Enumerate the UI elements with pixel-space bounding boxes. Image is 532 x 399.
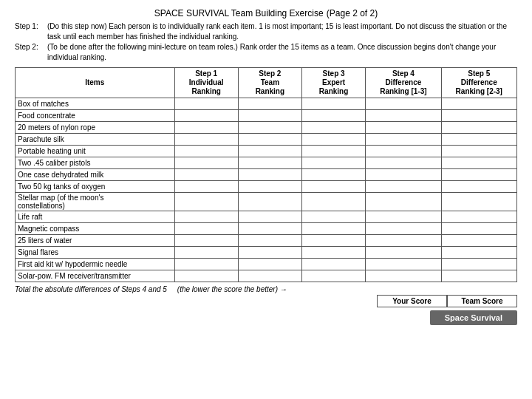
ranking-cell	[301, 122, 365, 134]
col-header-step5: Step 5DifferenceRanking [2-3]	[441, 68, 516, 98]
ranking-cell	[174, 235, 238, 247]
ranking-cell	[366, 98, 441, 110]
team-score-label: Team Score	[462, 297, 503, 305]
ranking-cell	[301, 98, 365, 110]
ranking-cell	[174, 98, 238, 110]
ranking-cell	[238, 110, 301, 122]
ranking-cell	[174, 211, 238, 223]
ranking-cell	[238, 98, 301, 110]
ranking-cell	[366, 270, 441, 282]
ranking-cell	[366, 181, 441, 193]
item-cell: Magnetic compass	[16, 223, 175, 235]
step2-label: Step 2:	[15, 42, 44, 63]
col-header-step2: Step 2TeamRanking	[238, 68, 301, 98]
table-row: 25 liters of water	[16, 235, 517, 247]
ranking-cell	[174, 247, 238, 259]
ranking-cell	[238, 181, 301, 193]
ranking-cell	[441, 169, 516, 181]
table-row: Food concentrate	[16, 110, 517, 122]
ranking-cell	[301, 247, 365, 259]
ranking-cell	[174, 122, 238, 134]
ranking-cell	[174, 157, 238, 169]
title-main: SPACE SURVIVAL Team Building Exercise	[154, 8, 324, 18]
item-cell: Solar-pow. FM receiver/transmitter	[16, 270, 175, 282]
ranking-cell	[441, 157, 516, 169]
table-row: Magnetic compass	[16, 223, 517, 235]
item-cell: Portable heating unit	[16, 146, 175, 157]
ranking-cell	[174, 146, 238, 157]
ranking-cell	[441, 193, 516, 211]
ranking-cell	[301, 211, 365, 223]
ranking-cell	[174, 134, 238, 146]
ranking-cell	[366, 211, 441, 223]
ranking-cell	[301, 270, 365, 282]
ranking-cell	[174, 259, 238, 270]
ranking-cell	[366, 169, 441, 181]
your-score-box: Your Score	[377, 295, 447, 307]
item-cell: Life raft	[16, 211, 175, 223]
page-title: SPACE SURVIVAL Team Building Exercise (P…	[15, 6, 517, 18]
ranking-cell	[366, 247, 441, 259]
step2-text: (To be done after the following mini-lec…	[47, 42, 517, 63]
step1-text: (Do this step now) Each person is to ind…	[47, 21, 517, 42]
steps-instructions: Step 1: (Do this step now) Each person i…	[15, 21, 517, 63]
your-score-label: Your Score	[392, 297, 432, 305]
table-row: Two .45 caliber pistols	[16, 157, 517, 169]
item-cell: First aid kit w/ hypodermic needle	[16, 259, 175, 270]
table-row: Signal flares	[16, 247, 517, 259]
ranking-cell	[238, 247, 301, 259]
ranking-cell	[441, 98, 516, 110]
item-cell: Two 50 kg tanks of oxygen	[16, 181, 175, 193]
ranking-cell	[301, 259, 365, 270]
table-row: Two 50 kg tanks of oxygen	[16, 181, 517, 193]
ranking-table: Items Step 1IndividualRanking Step 2Team…	[15, 67, 517, 282]
table-row: First aid kit w/ hypodermic needle	[16, 259, 517, 270]
ranking-cell	[366, 157, 441, 169]
item-cell: Signal flares	[16, 247, 175, 259]
ranking-cell	[238, 211, 301, 223]
ranking-cell	[441, 181, 516, 193]
ranking-cell	[441, 223, 516, 235]
ranking-cell	[174, 181, 238, 193]
ranking-cell	[238, 169, 301, 181]
ranking-cell	[301, 134, 365, 146]
col-header-step1: Step 1IndividualRanking	[174, 68, 238, 98]
ranking-cell	[366, 223, 441, 235]
ranking-cell	[366, 259, 441, 270]
ranking-cell	[301, 169, 365, 181]
item-cell: 25 liters of water	[16, 235, 175, 247]
step1-label: Step 1:	[15, 21, 44, 42]
ranking-cell	[441, 211, 516, 223]
ranking-cell	[301, 193, 365, 211]
ranking-cell	[441, 110, 516, 122]
ranking-cell	[238, 223, 301, 235]
bottom-area: Total the absolute differences of Steps …	[15, 285, 517, 325]
lower-text: (the lower the score the better)	[177, 285, 278, 293]
table-row: Portable heating unit	[16, 146, 517, 157]
total-text: Total the absolute differences of Steps …	[15, 285, 167, 293]
ranking-cell	[174, 223, 238, 235]
footer-text: Total the absolute differences of Steps …	[15, 285, 517, 293]
ranking-cell	[301, 110, 365, 122]
ranking-cell	[174, 270, 238, 282]
item-cell: Parachute silk	[16, 134, 175, 146]
ranking-cell	[174, 110, 238, 122]
table-row: Box of matches	[16, 98, 517, 110]
item-cell: Stellar map (of the moon's constellation…	[16, 193, 175, 211]
ranking-cell	[238, 134, 301, 146]
ranking-cell	[441, 259, 516, 270]
ranking-cell	[366, 122, 441, 134]
table-row: One case dehydrated milk	[16, 169, 517, 181]
table-row: Parachute silk	[16, 134, 517, 146]
item-cell: 20 meters of nylon rope	[16, 122, 175, 134]
ranking-cell	[301, 223, 365, 235]
item-cell: One case dehydrated milk	[16, 169, 175, 181]
ranking-cell	[238, 146, 301, 157]
ranking-cell	[441, 235, 516, 247]
item-cell: Two .45 caliber pistols	[16, 157, 175, 169]
ranking-cell	[441, 146, 516, 157]
ranking-cell	[366, 134, 441, 146]
ranking-cell	[366, 193, 441, 211]
space-survival-badge: Space Survival	[430, 310, 517, 325]
ranking-cell	[174, 169, 238, 181]
